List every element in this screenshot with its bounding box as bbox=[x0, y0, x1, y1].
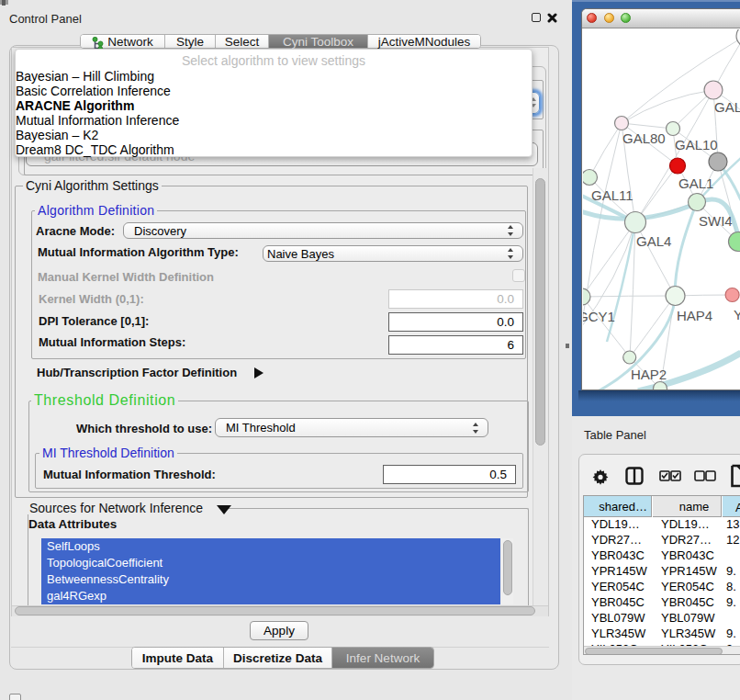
svg-text:Y: Y bbox=[734, 307, 740, 322]
svg-text:GAL1: GAL1 bbox=[678, 175, 713, 191]
svg-text:GAL4: GAL4 bbox=[636, 233, 671, 249]
svg-text:GAL7: GAL7 bbox=[714, 99, 740, 115]
svg-text:SWI4: SWI4 bbox=[699, 213, 733, 229]
svg-text:HAP4: HAP4 bbox=[677, 308, 712, 323]
svg-text:GCY1: GCY1 bbox=[583, 309, 615, 324]
svg-text:GAL80: GAL80 bbox=[622, 130, 666, 146]
svg-text:GAL10: GAL10 bbox=[675, 137, 718, 152]
svg-text:HAP2: HAP2 bbox=[631, 367, 667, 382]
svg-text:GAL11: GAL11 bbox=[591, 187, 633, 203]
